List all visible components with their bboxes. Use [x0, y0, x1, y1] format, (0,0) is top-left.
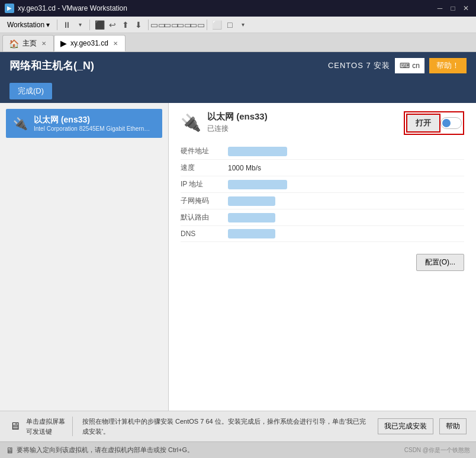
config-button[interactable]: 配置(O)... — [416, 254, 464, 271]
tab-home-label: 主页 — [22, 38, 37, 49]
separator-4 — [207, 20, 207, 30]
tab-home[interactable]: 🏠 主页 ✕ — [2, 35, 54, 51]
device-details: 以太网 (ens33) 已连接 — [207, 111, 268, 134]
ethernet-icon: 🔌 — [13, 117, 28, 131]
status-icon: 🖥 — [6, 446, 14, 455]
bottom-bar: 🖥 单击虚拟屏幕 可发送键 按照在物理计算机中的步骤安装 CentOS 7 64… — [0, 411, 476, 441]
info-table: 硬件地址 速度 1000 Mb/s IP 地址 子网掩码 — [181, 143, 464, 242]
info-row-route: 默认路由 — [181, 209, 464, 226]
left-panel-spacer — [6, 144, 162, 411]
title-bar: ▶ xy.geo31.cd - VMware Workstation ─ □ ✕ — [0, 0, 476, 17]
speed-label: 速度 — [181, 163, 228, 173]
close-button[interactable]: ✕ — [461, 3, 471, 14]
toggle-area-wrapper: 打开 — [404, 111, 464, 135]
info-row-ip: IP 地址 — [181, 176, 464, 193]
help-button[interactable]: 帮助！ — [429, 58, 467, 73]
view4-icon[interactable]: ▭▭ — [191, 19, 203, 31]
ip-label: IP 地址 — [181, 179, 228, 189]
tab-home-close[interactable]: ✕ — [40, 40, 47, 47]
status-text: 要将输入定向到该虚拟机，请在虚拟机内部单击或按 Ctrl+G。 — [17, 446, 194, 454]
network-item-ens33[interactable]: 🔌 以太网 (ens33) Intel Corporation 82545EM … — [6, 109, 162, 138]
fullscreen-icon[interactable]: □ — [224, 19, 236, 31]
workstation-menu[interactable]: Workstation ▾ — [2, 17, 54, 33]
right-panel: 🔌 以太网 (ens33) 已连接 打开 硬件地址 — [169, 103, 476, 411]
keyboard-selector[interactable]: ⌨ cn — [395, 58, 424, 73]
route-label: 默认路由 — [181, 212, 228, 222]
toolbar-group-2: ⬛ ↩ ⬆ ⬇ — [94, 19, 144, 31]
device-info-left: 🔌 以太网 (ens33) 已连接 — [181, 111, 268, 134]
toggle-button[interactable]: 打开 — [406, 114, 440, 133]
suspend-icon[interactable]: ⬆ — [120, 19, 131, 31]
toolbar-group-3: ▭▭ ▭▭ ▭▭ ▭▭ — [152, 19, 203, 31]
minimize-button[interactable]: ─ — [435, 3, 445, 14]
device-status: 已连接 — [207, 124, 268, 134]
network-content: 🔌 以太网 (ens33) Intel Corporation 82545EM … — [0, 103, 476, 411]
separator-2 — [89, 20, 90, 30]
info-row-hardware: 硬件地址 — [181, 143, 464, 160]
tab-bar: 🏠 主页 ✕ ▶ xy.geo31.cd ✕ — [0, 33, 476, 52]
toggle-switch[interactable] — [440, 117, 462, 129]
network-item-name: 以太网 (ens33) — [34, 115, 155, 125]
pause-dropdown-icon[interactable]: ▾ — [74, 19, 86, 31]
separator-3 — [148, 20, 149, 30]
device-header: 🔌 以太网 (ens33) 已连接 打开 — [181, 111, 464, 135]
dropdown-arrow-icon: ▾ — [46, 21, 50, 29]
toolbar-group-4: ⬜ □ ▾ — [211, 19, 249, 31]
keyboard-lang: cn — [412, 62, 420, 70]
window-title: xy.geo31.cd - VMware Workstation — [18, 4, 127, 12]
maximize-button[interactable]: □ — [448, 3, 458, 14]
view2-icon[interactable]: ▭▭ — [165, 19, 177, 31]
bottom-main-text: 按照在物理计算机中的步骤安装 CentOS 7 64 位。安装完成后，操作系统会… — [82, 417, 372, 436]
vm-icon[interactable]: ⬛ — [94, 19, 105, 31]
info-row-dns: DNS — [181, 226, 464, 242]
shutdown-icon[interactable]: ⬇ — [133, 19, 144, 31]
subnet-value — [228, 196, 275, 206]
hardware-label: 硬件地址 — [181, 146, 228, 156]
speed-value: 1000 Mb/s — [228, 164, 261, 172]
device-icon: 🔌 — [181, 113, 201, 133]
config-btn-area: 配置(O)... — [181, 254, 464, 271]
window-icon[interactable]: ⬜ — [211, 19, 223, 31]
info-row-speed: 速度 1000 Mb/s — [181, 160, 464, 176]
watermark: CSDN @你是一个铁憨憨 — [404, 446, 470, 454]
hardware-value — [228, 147, 287, 156]
screen-dropdown-icon[interactable]: ▾ — [237, 19, 249, 31]
dns-label: DNS — [181, 230, 228, 238]
main-content: 网络和主机名(_N) CENTOS 7 安装 ⌨ cn 帮助！ 完成(D) 🔌 … — [0, 52, 476, 411]
separator-1 — [57, 20, 57, 30]
install-label: CENTOS 7 安装 — [328, 60, 390, 71]
ip-value — [228, 180, 287, 189]
vm-tab-icon: ▶ — [60, 38, 67, 48]
pause-icon[interactable]: ⏸ — [61, 19, 73, 31]
left-panel: 🔌 以太网 (ens33) Intel Corporation 82545EM … — [0, 103, 169, 411]
keyboard-icon: ⌨ — [400, 62, 410, 70]
done-install-button[interactable]: 我已完成安装 — [378, 418, 433, 434]
view3-icon[interactable]: ▭▭ — [178, 19, 190, 31]
bottom-hint-text: 单击虚拟屏幕 可发送键 — [26, 417, 73, 436]
tab-vm[interactable]: ▶ xy.geo31.cd ✕ — [54, 35, 126, 51]
action-bar: 完成(D) — [0, 79, 476, 103]
device-name: 以太网 (ens33) — [207, 111, 268, 122]
home-icon: 🏠 — [9, 39, 19, 49]
tab-vm-label: xy.geo31.cd — [70, 39, 108, 47]
network-item-desc: Intel Corporation 82545EM Gigabit Ethern… — [34, 125, 152, 132]
toolbar-group-1: ⏸ ▾ — [61, 19, 86, 31]
dns-value — [228, 229, 275, 238]
page-header: 网络和主机名(_N) CENTOS 7 安装 ⌨ cn 帮助！ — [0, 52, 476, 79]
monitor-icon: 🖥 — [9, 420, 20, 433]
tab-vm-close[interactable]: ✕ — [112, 40, 119, 47]
menu-bar: Workstation ▾ ⏸ ▾ ⬛ ↩ ⬆ ⬇ ▭▭ ▭▭ ▭▭ ▭▭ ⬜ … — [0, 17, 476, 33]
bottom-text-area: 单击虚拟屏幕 可发送键 按照在物理计算机中的步骤安装 CentOS 7 64 位… — [26, 417, 372, 436]
complete-button[interactable]: 完成(D) — [9, 83, 52, 99]
info-row-subnet: 子网掩码 — [181, 193, 464, 209]
subnet-label: 子网掩码 — [181, 196, 228, 206]
help-bottom-button[interactable]: 帮助 — [439, 418, 467, 434]
page-title: 网络和主机名(_N) — [9, 59, 94, 73]
route-value — [228, 213, 275, 222]
view1-icon[interactable]: ▭▭ — [152, 19, 164, 31]
app-icon: ▶ — [5, 4, 14, 13]
revert-icon[interactable]: ↩ — [107, 19, 118, 31]
status-bar: 🖥 要将输入定向到该虚拟机，请在虚拟机内部单击或按 Ctrl+G。 CSDN @… — [0, 441, 476, 458]
